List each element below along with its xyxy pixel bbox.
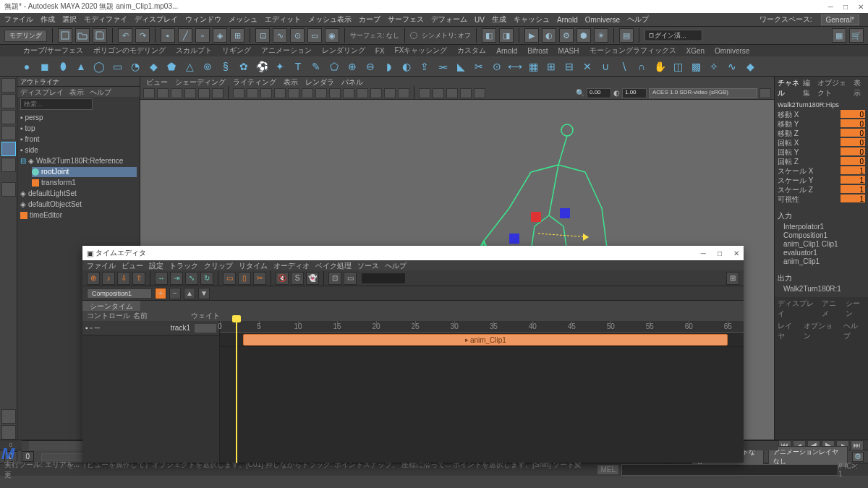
te-addtrack-icon[interactable]: + — [155, 288, 166, 299]
shelf-tab[interactable]: Bifrost — [523, 46, 552, 56]
select-edge-icon[interactable]: ╱ — [178, 28, 192, 43]
shelf-platonic-icon[interactable]: ◆ — [145, 59, 161, 74]
cb-attr-field[interactable]: 0 — [841, 147, 865, 155]
shelf-soccer-icon[interactable]: ⚽ — [254, 59, 270, 74]
shelf-torus-icon[interactable]: ◯ — [91, 59, 107, 74]
shelf-tab[interactable]: カーブ/サーフェス — [19, 45, 88, 56]
undo-icon[interactable]: ↶ — [118, 28, 132, 43]
vp-tool-icon[interactable] — [474, 88, 485, 98]
vp-tool-icon[interactable] — [171, 88, 182, 98]
rotate-tool-icon[interactable] — [1, 142, 16, 156]
cb-attr-field[interactable]: 1 — [841, 185, 865, 193]
shelf-tab[interactable]: リギング — [218, 45, 255, 56]
symmetry-label[interactable]: シンメトリ: オフ — [422, 31, 471, 40]
minimize-icon[interactable]: ─ — [828, 3, 833, 11]
vp-tool-icon[interactable] — [212, 88, 224, 98]
cb-attr-label[interactable]: 移動 Y — [778, 119, 799, 129]
light-editor-icon[interactable]: ☀ — [594, 28, 608, 43]
cb-attr-label[interactable]: スケール Y — [778, 176, 813, 185]
fastfwd-icon[interactable]: ⏭ — [851, 440, 864, 450]
te-removetrack-icon[interactable]: − — [169, 288, 181, 299]
cb-input-node[interactable]: Composition1 — [783, 231, 868, 240]
shelf-sym-icon[interactable]: ✧ — [706, 59, 722, 74]
vp-tool-icon[interactable] — [384, 88, 396, 98]
cb-attr-label[interactable]: 移動 Z — [778, 129, 799, 138]
sym-radio[interactable] — [410, 32, 417, 39]
shelf-insert-icon[interactable]: ⊞ — [543, 59, 559, 74]
shelf-helix-icon[interactable]: § — [218, 59, 234, 74]
vp-tool-icon[interactable] — [198, 88, 210, 98]
menu-window[interactable]: ウィンドウ — [185, 14, 221, 25]
cb-tab-edit[interactable]: 編集 — [803, 78, 814, 98]
cb-attr-label[interactable]: 回転 X — [778, 138, 799, 147]
outliner-item[interactable]: ▪ top — [20, 124, 137, 134]
content-browser-icon[interactable]: ▦ — [832, 28, 846, 43]
cb-output-node[interactable]: Walk2Turn180R:1 — [783, 285, 868, 293]
outliner-menu-help[interactable]: ヘルプ — [90, 87, 111, 96]
cb-attr-label[interactable]: スケール Z — [778, 185, 813, 194]
layer-menu[interactable]: レイヤ — [778, 321, 799, 341]
menu-arnold[interactable]: Arnold — [557, 16, 578, 24]
te-menu-view[interactable]: ビュー — [122, 261, 143, 270]
shelf-cube-icon[interactable]: ◼ — [37, 59, 53, 74]
te-snap-icon[interactable]: ⊡ — [328, 272, 341, 285]
command-line-input[interactable] — [621, 464, 838, 476]
te-import-icon[interactable]: ⇩ — [117, 272, 130, 285]
shelf-prism-icon[interactable]: ⬟ — [163, 59, 179, 74]
vp-tool-icon[interactable] — [433, 88, 444, 98]
hypershade-icon[interactable]: ⬢ — [576, 28, 591, 43]
toggle-panel-icon[interactable]: ▤ — [619, 28, 634, 43]
te-track-name[interactable]: track1 — [171, 324, 190, 332]
te-ungroup-icon[interactable]: ▯ — [238, 272, 251, 285]
shelf-cone-icon[interactable]: ▲ — [73, 59, 89, 74]
layout-single-icon[interactable] — [1, 409, 16, 424]
vp-tool-icon[interactable] — [247, 88, 258, 98]
shelf-svg-icon[interactable]: ✎ — [308, 59, 324, 74]
outliner-menu-show[interactable]: 表示 — [69, 87, 84, 96]
vp-near-field[interactable]: 0.00 — [587, 88, 611, 98]
menu-help[interactable]: ヘルプ — [627, 14, 649, 25]
outliner-item[interactable]: ▪ persp — [20, 113, 137, 123]
cset-icon2[interactable]: ◨ — [499, 28, 514, 43]
vp-tool-icon[interactable] — [357, 88, 368, 98]
vp-tool-icon[interactable] — [302, 88, 313, 98]
te-menu-help[interactable]: ヘルプ — [385, 261, 407, 270]
te-split-icon[interactable]: ✂ — [253, 272, 266, 285]
outliner-item[interactable]: ⊟ ◈ Walk2Turn180R:Reference — [20, 156, 137, 166]
shelf-poly-icon[interactable]: ⬠ — [326, 59, 342, 74]
te-composition-dropdown[interactable]: Composition1 — [87, 288, 152, 299]
te-menu-bake[interactable]: ベイク処理 — [315, 261, 352, 270]
cb-input-node[interactable]: anim_Clip1 Clip1 evaluator1 — [783, 240, 868, 257]
select-obj-icon[interactable]: ◈ — [213, 28, 227, 43]
shelf-combine-icon[interactable]: ⊕ — [344, 59, 360, 74]
te-timeline-area[interactable]: 05101520253035404550556065 anim_Clip1 — [220, 321, 744, 463]
snap-plane-icon[interactable]: ▭ — [307, 28, 322, 43]
cb-object-name[interactable]: Walk2Turn180R:Hips — [775, 100, 868, 110]
cb-attr-field[interactable]: 1 — [841, 166, 865, 174]
snap-live-icon[interactable]: ◉ — [325, 28, 339, 43]
shelf-tab[interactable]: FXキャッシング — [391, 45, 452, 56]
scale-tool-icon[interactable] — [1, 158, 16, 172]
shelf-collapse-icon[interactable]: ⊟ — [561, 59, 577, 74]
te-menu-settings[interactable]: 設定 — [149, 261, 163, 270]
cb-attr-field[interactable]: 1 — [841, 176, 865, 184]
te-trackdown-icon[interactable]: ▼ — [198, 288, 210, 299]
menu-create[interactable]: 作成 — [41, 14, 55, 25]
vp-tool-icon[interactable] — [260, 88, 272, 98]
shelf-tab[interactable]: モーショングラフィックス — [585, 45, 681, 56]
vp-tool-icon[interactable] — [398, 88, 409, 98]
shelf-multicut-icon[interactable]: ✂ — [471, 59, 487, 74]
menu-meshdisplay[interactable]: メッシュ表示 — [308, 14, 352, 25]
select-uv-icon[interactable]: ⊞ — [230, 28, 244, 43]
outliner-item[interactable]: ◈ defaultLightSet — [20, 189, 137, 199]
cb-attr-label[interactable]: 回転 Z — [778, 157, 799, 166]
shelf-remesh-icon[interactable]: ◫ — [670, 59, 686, 74]
vp-tool-icon[interactable] — [419, 88, 430, 98]
cb-input-node[interactable]: anim_Clip1 — [783, 257, 868, 266]
save-scene-icon[interactable] — [93, 28, 107, 43]
te-trim-icon[interactable]: ⇥ — [170, 272, 183, 285]
vp-gamma-icon[interactable]: ◐ — [613, 89, 620, 97]
vp-zoom-icon[interactable]: 🔍 — [576, 89, 584, 97]
vp-tool-icon[interactable] — [460, 88, 472, 98]
shelf-connect-icon[interactable]: ⟷ — [507, 59, 523, 74]
